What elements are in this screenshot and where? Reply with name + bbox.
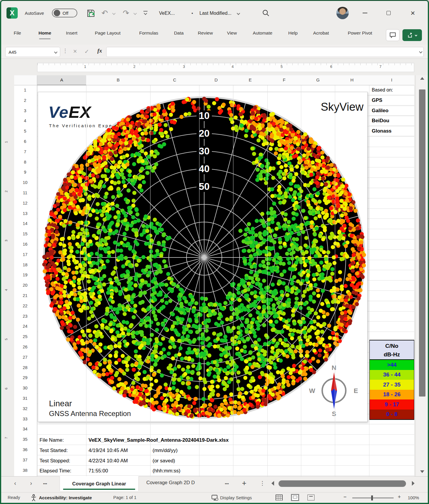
zoom-out-icon[interactable]: −: [343, 494, 347, 500]
row-header-36[interactable]: 36: [15, 447, 35, 452]
zoom-in-icon[interactable]: +: [398, 494, 401, 500]
row-header-22[interactable]: 22: [15, 304, 35, 308]
column-header-A[interactable]: A: [60, 77, 63, 82]
redo-dropdown-icon[interactable]: [133, 12, 137, 15]
row-header-16[interactable]: 16: [15, 242, 35, 247]
sheet-tab-inactive[interactable]: Coverage Graph 2D D: [146, 480, 195, 485]
sheet-tab-overflow-icon[interactable]: •••: [43, 482, 47, 486]
close-button[interactable]: ×: [410, 10, 416, 16]
vertical-scrollbar-thumb[interactable]: [419, 89, 425, 397]
scroll-down-icon[interactable]: [420, 470, 424, 473]
row-header-5[interactable]: 5: [15, 129, 35, 133]
maximize-button[interactable]: [385, 10, 392, 16]
row-header-21[interactable]: 21: [15, 293, 35, 298]
column-header-G[interactable]: G: [316, 77, 320, 82]
scroll-up-icon[interactable]: [420, 77, 424, 80]
hscroll-left-icon[interactable]: [271, 481, 274, 486]
cancel-icon[interactable]: ×: [73, 48, 77, 55]
row-header-2[interactable]: 2: [15, 98, 35, 103]
page-layout-view-icon[interactable]: [292, 495, 299, 500]
sheet-nav-right-icon[interactable]: ›: [30, 480, 32, 487]
ribbon-tab-page-layout[interactable]: Page Layout: [95, 30, 120, 36]
row-header-25[interactable]: 25: [15, 334, 35, 339]
zoom-slider-thumb[interactable]: [371, 495, 373, 500]
row-header-14[interactable]: 14: [15, 221, 35, 226]
minimize-button[interactable]: [362, 10, 368, 16]
row-header-7[interactable]: 7: [15, 149, 35, 154]
column-header-D[interactable]: D: [214, 77, 218, 82]
sheet-tabs-menu-icon[interactable]: ⋮: [260, 480, 265, 487]
row-header-37[interactable]: 37: [15, 458, 35, 462]
row-header-1[interactable]: 1: [15, 88, 35, 92]
accessibility-status[interactable]: Accessibility: Investigate: [39, 495, 92, 500]
row-header-30[interactable]: 30: [15, 386, 35, 390]
normal-view-icon[interactable]: [276, 495, 283, 500]
row-header-32[interactable]: 32: [15, 406, 35, 411]
display-settings-icon[interactable]: [211, 495, 218, 502]
document-title[interactable]: VeEX...: [159, 11, 175, 16]
row-header-38[interactable]: 38: [15, 468, 35, 473]
horizontal-scrollbar-thumb[interactable]: [279, 480, 406, 487]
ribbon-tab-file[interactable]: File: [14, 30, 21, 36]
row-header-28[interactable]: 28: [15, 365, 35, 370]
redo-icon[interactable]: ↷: [123, 9, 129, 17]
last-modified-label[interactable]: Last Modified...: [199, 11, 232, 16]
ribbon-tab-power-pivot[interactable]: Power Pivot: [348, 30, 372, 36]
enter-icon[interactable]: ✓: [84, 48, 89, 55]
horizontal-ruler[interactable]: [37, 63, 414, 72]
ribbon-tab-formulas[interactable]: Formulas: [139, 30, 158, 36]
avatar[interactable]: [336, 7, 349, 19]
page-break-view-icon[interactable]: [307, 495, 315, 500]
row-header-29[interactable]: 29: [15, 375, 35, 380]
row-header-8[interactable]: 8: [15, 160, 35, 164]
row-header-3[interactable]: 3: [15, 108, 35, 113]
row-header-15[interactable]: 15: [15, 231, 35, 236]
add-sheet-icon[interactable]: +: [242, 479, 246, 488]
formula-bar-menu-icon[interactable]: ⋮: [63, 48, 68, 54]
row-header-35[interactable]: 35: [15, 437, 35, 442]
column-header-H[interactable]: H: [351, 77, 354, 82]
display-settings-label[interactable]: Display Settings: [220, 495, 252, 500]
hscroll-right-icon[interactable]: [412, 481, 415, 486]
row-header-17[interactable]: 17: [15, 252, 35, 257]
ribbon-tab-data[interactable]: Data: [174, 30, 184, 36]
ribbon-tab-review[interactable]: Review: [198, 30, 213, 36]
autosave-toggle[interactable]: Off: [52, 9, 77, 17]
row-header-33[interactable]: 33: [15, 417, 35, 421]
title-dropdown-icon[interactable]: [237, 12, 240, 15]
undo-dropdown-icon[interactable]: [112, 12, 115, 15]
undo-icon[interactable]: ↶: [101, 9, 108, 17]
ribbon-tab-acrobat[interactable]: Acrobat: [313, 30, 329, 36]
zoom-level[interactable]: 100%: [408, 495, 419, 500]
ribbon-tab-automate[interactable]: Automate: [253, 30, 272, 36]
zoom-slider[interactable]: [352, 498, 394, 498]
share-button[interactable]: [402, 29, 422, 41]
row-header-12[interactable]: 12: [15, 201, 35, 205]
row-header-4[interactable]: 4: [15, 118, 35, 123]
sheet-nav-left-icon[interactable]: ‹: [14, 480, 16, 487]
row-header-13[interactable]: 13: [15, 211, 35, 216]
row-header-31[interactable]: 31: [15, 396, 35, 401]
name-box[interactable]: A45: [5, 47, 60, 57]
ribbon-tab-view[interactable]: View: [227, 30, 237, 36]
select-all-corner[interactable]: [14, 75, 37, 85]
column-header-C[interactable]: C: [173, 77, 176, 82]
row-header-6[interactable]: 6: [15, 139, 35, 144]
comments-button[interactable]: [386, 29, 399, 41]
insert-function-icon[interactable]: fx: [97, 48, 102, 54]
formula-input[interactable]: [106, 47, 424, 57]
row-header-11[interactable]: 11: [15, 190, 35, 195]
row-header-34[interactable]: 34: [15, 427, 35, 431]
column-header-B[interactable]: B: [117, 77, 119, 82]
row-header-24[interactable]: 24: [15, 324, 35, 329]
excel-app-icon[interactable]: X: [6, 7, 18, 19]
row-header-19[interactable]: 19: [15, 273, 35, 277]
row-header-9[interactable]: 9: [15, 170, 35, 174]
inactive-tab-overflow-icon[interactable]: •••: [225, 482, 229, 486]
name-box-dropdown-icon[interactable]: [54, 50, 57, 53]
row-header-20[interactable]: 20: [15, 283, 35, 288]
row-header-18[interactable]: 18: [15, 262, 35, 267]
search-icon[interactable]: [262, 9, 270, 18]
row-header-23[interactable]: 23: [15, 314, 35, 319]
ribbon-tab-help[interactable]: Help: [288, 30, 298, 36]
